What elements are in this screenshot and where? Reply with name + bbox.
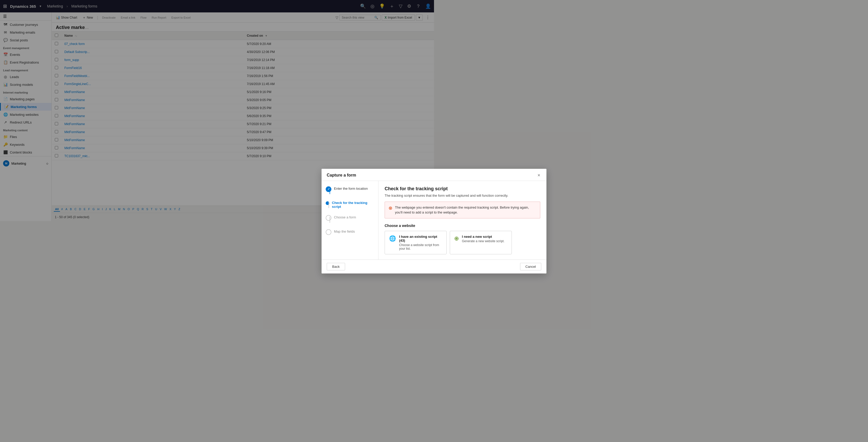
content-panel: Check for the tracking script The tracki… [378,181,434,221]
modal-overlay[interactable]: Capture a form × ✓ Enter the form locati… [0,0,434,221]
step-check-tracking: Check for the tracking script [326,200,374,209]
error-box: ⊗ The webpage you entered doesn't contai… [384,201,434,218]
step-label-1: Enter the form location [334,187,368,190]
step-connector-3 [330,217,330,221]
steps-panel: ✓ Enter the form location Check for the … [321,181,378,221]
step-connector-1 [330,188,330,194]
modal-body: ✓ Enter the form location Check for the … [321,181,434,221]
step-circle-3 [326,215,331,221]
modal-title: Capture a form [327,173,356,178]
error-icon: ⊗ [389,205,392,215]
step-label-3: Choose a form [334,215,356,219]
content-heading: Check for the tracking script [384,186,434,192]
modal-header: Capture a form × [321,169,434,181]
content-subtitle: The tracking script ensures that the for… [384,194,434,197]
error-text: The webpage you entered doesn't contain … [395,205,434,215]
step-enter-location: ✓ Enter the form location [326,186,374,194]
step-circle-1: ✓ [326,186,331,192]
step-connector-2 [329,202,329,208]
step-label-2: Check for the tracking script [332,201,374,209]
capture-form-modal: Capture a form × ✓ Enter the form locati… [321,169,434,221]
step-choose-form: Choose a form [326,215,374,221]
